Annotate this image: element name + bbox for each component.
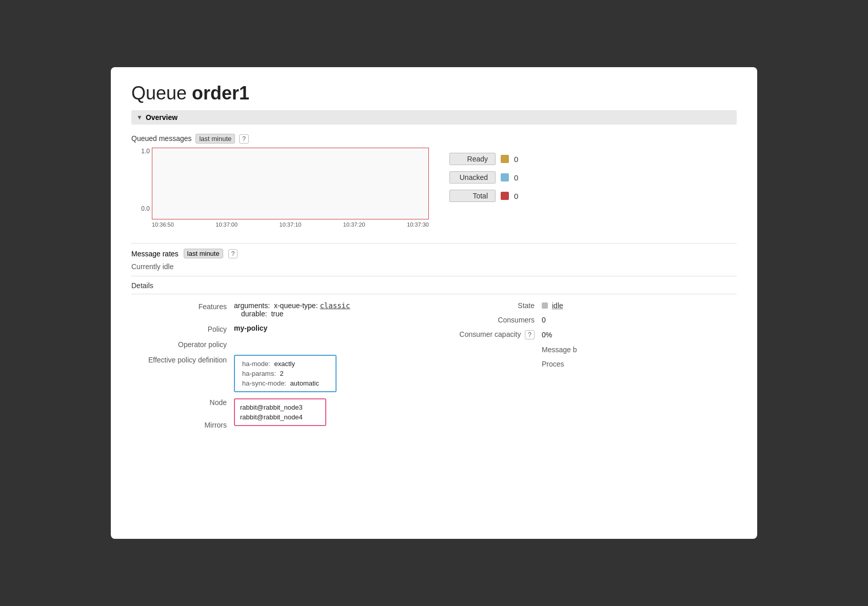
- node-key: Node: [131, 398, 227, 407]
- process-row: Proces: [449, 360, 737, 368]
- effective-policy-row: Effective policy definition ha-mode: exa…: [131, 355, 419, 392]
- main-window: Queue order1 ▼ Overview Queued messages …: [111, 67, 757, 539]
- overview-section-header: ▼ Overview: [131, 110, 737, 125]
- currently-idle: Currently idle: [131, 262, 737, 271]
- ha-params-line: ha-params: 2: [242, 370, 328, 377]
- consumer-capacity-row: Consumer capacity ? 0%: [449, 330, 737, 339]
- chart-graph: [152, 148, 429, 219]
- ready-label: Ready: [449, 153, 496, 165]
- consumer-capacity-key: Consumer capacity ?: [449, 330, 542, 339]
- process-val: Proces: [542, 360, 564, 368]
- chart-y-axis: 1.0 0.0: [131, 148, 152, 212]
- chart-x-axis: 10:36:50 10:37:00 10:37:10 10:37:20 10:3…: [152, 219, 429, 228]
- node-box-wrapper: rabbit@rabbit_node3 rabbit@rabbit_node4: [234, 398, 326, 426]
- ha-mode-line: ha-mode: exactly: [242, 360, 328, 368]
- total-value: 0: [514, 192, 518, 200]
- policy-val: my-policy: [234, 324, 267, 332]
- message-b-row: Message b: [449, 346, 737, 354]
- overview-label: Overview: [146, 113, 177, 122]
- features-row: Features arguments: x-queue-type: classi…: [131, 301, 419, 318]
- divider-details: [131, 276, 737, 276]
- ready-value: 0: [514, 155, 518, 164]
- state-key: State: [449, 301, 542, 310]
- legend-area: Ready 0 Unacked 0 Total 0: [449, 148, 518, 202]
- consumer-capacity-val: 0%: [542, 331, 552, 339]
- queued-messages-row: Queued messages last minute ?: [131, 134, 737, 144]
- unacked-label: Unacked: [449, 171, 496, 184]
- message-b-val: Message b: [542, 346, 577, 354]
- message-rates-badge[interactable]: last minute: [184, 249, 223, 258]
- details-left-col: Features arguments: x-queue-type: classi…: [131, 301, 419, 435]
- chart-container: 1.0 0.0 10:36:50 10:37:00 10:37:10 10:37…: [131, 148, 429, 228]
- total-color-box: [501, 192, 509, 200]
- consumers-key: Consumers: [449, 316, 542, 324]
- page-title: Queue order1: [131, 83, 737, 104]
- mirror-val: rabbit@rabbit_node4: [240, 412, 320, 422]
- total-label: Total: [449, 190, 496, 202]
- chart-area: 1.0 0.0 10:36:50 10:37:00 10:37:10 10:37…: [131, 148, 737, 228]
- time-badge[interactable]: last minute: [195, 134, 235, 144]
- divider-message-rates: [131, 243, 737, 244]
- policy-row: Policy my-policy: [131, 324, 419, 333]
- queued-messages-help[interactable]: ?: [239, 134, 249, 144]
- state-row: State idle: [449, 301, 737, 310]
- state-text: idle: [552, 301, 563, 310]
- operator-policy-row: Operator policy: [131, 339, 419, 349]
- message-rates-row: Message rates last minute ?: [131, 249, 737, 258]
- effective-policy-val: ha-mode: exactly ha-params: 2 ha-sync-mo…: [234, 355, 337, 392]
- details-label: Details: [131, 281, 737, 290]
- state-dot-icon: [542, 302, 548, 309]
- node-val: rabbit@rabbit_node3: [240, 402, 320, 412]
- policy-box: ha-mode: exactly ha-params: 2 ha-sync-mo…: [234, 355, 337, 392]
- consumer-capacity-help[interactable]: ?: [525, 330, 535, 339]
- mirrors-key: Mirrors: [131, 421, 227, 429]
- collapse-arrow-icon[interactable]: ▼: [136, 114, 143, 121]
- consumers-val: 0: [542, 316, 546, 324]
- unacked-color-box: [501, 173, 509, 181]
- legend-ready: Ready 0: [449, 153, 518, 165]
- state-val: idle: [542, 301, 563, 310]
- details-right-col: State idle Consumers 0: [449, 301, 737, 435]
- ready-color-box: [501, 155, 509, 163]
- right-col-detail: State idle Consumers 0: [449, 301, 737, 368]
- unacked-value: 0: [514, 173, 518, 182]
- features-val: arguments: x-queue-type: classic durable…: [234, 301, 350, 318]
- details-columns: Features arguments: x-queue-type: classi…: [131, 301, 737, 435]
- features-key: Features: [131, 301, 234, 311]
- operator-policy-key: Operator policy: [131, 339, 234, 349]
- details-section: Features arguments: x-queue-type: classi…: [131, 294, 737, 435]
- legend-unacked: Unacked 0: [449, 171, 518, 184]
- message-rates-help[interactable]: ?: [228, 249, 238, 258]
- ha-sync-line: ha-sync-mode: automatic: [242, 379, 328, 387]
- effective-policy-key: Effective policy definition: [131, 355, 234, 364]
- legend-total: Total 0: [449, 190, 518, 202]
- consumers-row: Consumers 0: [449, 316, 737, 324]
- policy-key: Policy: [131, 324, 234, 333]
- node-mirrors-keys: Node Mirrors: [131, 398, 234, 429]
- node-mirrors-row: Node Mirrors rabbit@rabbit_node3 rabbit@…: [131, 398, 419, 429]
- node-box: rabbit@rabbit_node3 rabbit@rabbit_node4: [234, 398, 326, 426]
